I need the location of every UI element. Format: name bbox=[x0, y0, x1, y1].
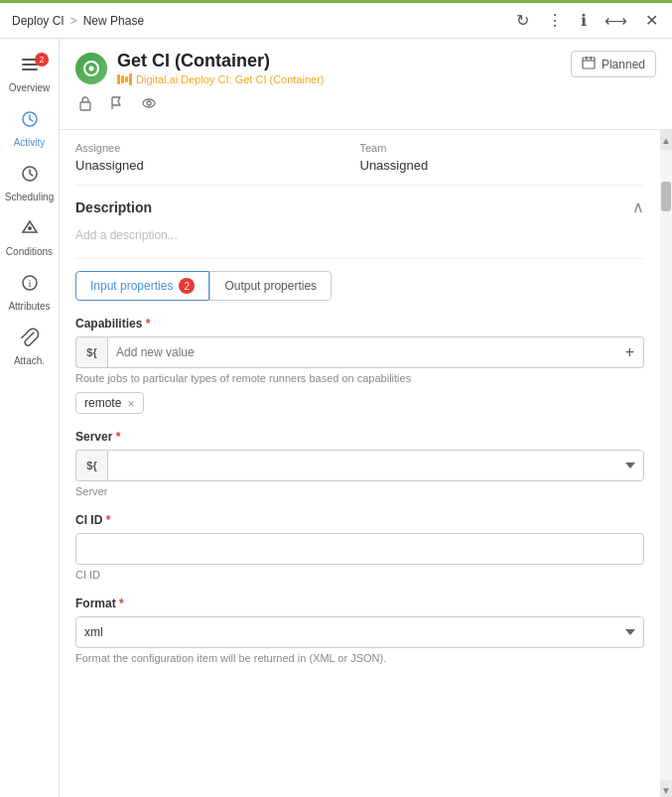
ci-id-field: CI ID * CI ID bbox=[75, 513, 644, 581]
subtitle-text: Digital.ai Deploy CI: Get CI (Container) bbox=[136, 73, 325, 85]
ci-id-hint: CI ID bbox=[75, 569, 644, 581]
breadcrumb-part1: Deploy CI bbox=[12, 14, 65, 28]
input-tab-badge: 2 bbox=[179, 278, 195, 294]
svg-rect-1 bbox=[22, 64, 38, 66]
svg-rect-11 bbox=[590, 57, 592, 60]
svg-rect-9 bbox=[583, 58, 595, 68]
overview-badge: 2 bbox=[35, 53, 49, 66]
lock-tab[interactable] bbox=[75, 93, 95, 117]
scroll-up-btn[interactable]: ▲ bbox=[660, 130, 672, 150]
tag-remote-remove[interactable]: × bbox=[127, 397, 135, 410]
svg-text:i: i bbox=[28, 277, 31, 289]
properties-tabs: Input properties 2 Output properties bbox=[75, 271, 644, 301]
scroll-thumb[interactable] bbox=[661, 182, 671, 211]
attributes-icon: i bbox=[20, 273, 40, 298]
overview-label: Overview bbox=[9, 82, 51, 93]
info-button[interactable]: ℹ bbox=[579, 9, 589, 32]
format-hint: Format the configuration item will be re… bbox=[75, 652, 644, 664]
assignee-value: Unassigned bbox=[75, 158, 360, 173]
capabilities-var-btn[interactable]: ${ bbox=[75, 336, 107, 368]
refresh-button[interactable]: ↻ bbox=[514, 9, 531, 32]
format-select[interactable]: xml json bbox=[75, 616, 644, 648]
svg-rect-10 bbox=[586, 57, 588, 60]
status-badge[interactable]: Planned bbox=[571, 51, 656, 77]
assignee-col: Assignee Unassigned bbox=[75, 142, 360, 173]
capabilities-input[interactable] bbox=[107, 336, 616, 368]
capabilities-add-btn[interactable]: + bbox=[616, 336, 644, 368]
capabilities-input-row: ${ + bbox=[75, 336, 644, 368]
ci-id-input[interactable] bbox=[75, 533, 644, 565]
sidebar-item-activity[interactable]: Activity bbox=[0, 101, 59, 156]
server-field: Server * ${ Server bbox=[75, 430, 644, 497]
top-bar-actions: ↻ ⋮ ℹ ⟷ ✕ bbox=[514, 9, 660, 32]
server-var-btn[interactable]: ${ bbox=[75, 450, 107, 481]
eye-tab[interactable] bbox=[139, 93, 159, 117]
icon-tabs bbox=[75, 85, 656, 121]
description-placeholder[interactable]: Add a description... bbox=[75, 224, 644, 246]
description-header: Description ∧ bbox=[75, 198, 644, 216]
expand-button[interactable]: ⟷ bbox=[603, 9, 629, 32]
activity-label: Activity bbox=[14, 137, 46, 148]
conditions-label: Conditions bbox=[6, 246, 53, 257]
capabilities-field: Capabilities * ${ + Route jobs to partic… bbox=[75, 317, 644, 414]
attach-label: Attach. bbox=[14, 355, 45, 366]
capabilities-hint: Route jobs to particular types of remote… bbox=[75, 372, 644, 384]
sidebar: 2 Overview Activity Scheduling bbox=[0, 39, 60, 797]
sidebar-item-overview[interactable]: 2 Overview bbox=[0, 47, 59, 101]
capabilities-label: Capabilities * bbox=[75, 317, 644, 331]
page-title: Get CI (Container) bbox=[117, 51, 325, 71]
assignee-section: Assignee Unassigned Team Unassigned bbox=[75, 130, 644, 186]
main-layout: 2 Overview Activity Scheduling bbox=[0, 39, 672, 797]
breadcrumb: Deploy CI > New Phase bbox=[12, 14, 144, 28]
capabilities-tags: remote × bbox=[75, 392, 644, 414]
attach-icon bbox=[20, 328, 40, 352]
page-subtitle: Digital.ai Deploy CI: Get CI (Container) bbox=[117, 73, 325, 85]
collapse-icon[interactable]: ∧ bbox=[632, 198, 644, 216]
server-hint: Server bbox=[75, 485, 644, 497]
scroll-thumb-area bbox=[660, 150, 672, 780]
close-button[interactable]: ✕ bbox=[643, 9, 660, 32]
properties-section: Input properties 2 Output properties Cap… bbox=[75, 259, 644, 692]
tag-remote-text: remote bbox=[84, 396, 121, 410]
description-section: Description ∧ Add a description... bbox=[75, 186, 644, 259]
scroll-rail: ▲ ▼ bbox=[660, 130, 672, 797]
flag-tab[interactable] bbox=[107, 93, 127, 117]
status-text: Planned bbox=[602, 58, 645, 71]
sidebar-item-scheduling[interactable]: Scheduling bbox=[0, 156, 59, 210]
scroll-down-btn[interactable]: ▼ bbox=[660, 780, 672, 797]
tab-input-properties[interactable]: Input properties 2 bbox=[75, 271, 209, 301]
tab-output-properties[interactable]: Output properties bbox=[209, 271, 332, 301]
server-label: Server * bbox=[75, 430, 644, 444]
breadcrumb-sep: > bbox=[70, 14, 77, 28]
logo bbox=[75, 53, 107, 84]
calendar-icon bbox=[582, 56, 596, 72]
tag-remote: remote × bbox=[75, 392, 144, 414]
subtitle-bars-icon bbox=[117, 73, 132, 85]
team-col: Team Unassigned bbox=[360, 142, 645, 173]
conditions-icon bbox=[20, 218, 40, 243]
more-button[interactable]: ⋮ bbox=[545, 9, 565, 32]
breadcrumb-part2: New Phase bbox=[83, 14, 144, 28]
attributes-label: Attributes bbox=[8, 301, 50, 312]
svg-point-13 bbox=[143, 99, 155, 107]
sidebar-item-attach[interactable]: Attach. bbox=[0, 320, 59, 374]
svg-rect-12 bbox=[80, 102, 90, 110]
scrollable-content: Assignee Unassigned Team Unassigned Desc… bbox=[60, 130, 660, 797]
sidebar-item-conditions[interactable]: Conditions bbox=[0, 210, 59, 265]
ci-id-label: CI ID * bbox=[75, 513, 644, 527]
server-select[interactable] bbox=[107, 450, 644, 481]
svg-point-6 bbox=[28, 226, 32, 230]
svg-rect-2 bbox=[22, 68, 38, 70]
server-input-row: ${ bbox=[75, 450, 644, 481]
sidebar-item-attributes[interactable]: i Attributes bbox=[0, 265, 59, 320]
scheduling-icon bbox=[20, 164, 40, 189]
content-area: Get CI (Container) Digital.ai Deploy CI:… bbox=[60, 39, 672, 797]
format-label: Format * bbox=[75, 597, 644, 610]
activity-icon bbox=[20, 109, 40, 134]
team-label: Team bbox=[360, 142, 645, 154]
top-bar: Deploy CI > New Phase ↻ ⋮ ℹ ⟷ ✕ bbox=[0, 3, 672, 39]
svg-point-14 bbox=[147, 101, 151, 105]
format-field: Format * xml json Format the configurati… bbox=[75, 597, 644, 664]
content-header: Get CI (Container) Digital.ai Deploy CI:… bbox=[60, 39, 672, 130]
team-value: Unassigned bbox=[360, 158, 645, 173]
